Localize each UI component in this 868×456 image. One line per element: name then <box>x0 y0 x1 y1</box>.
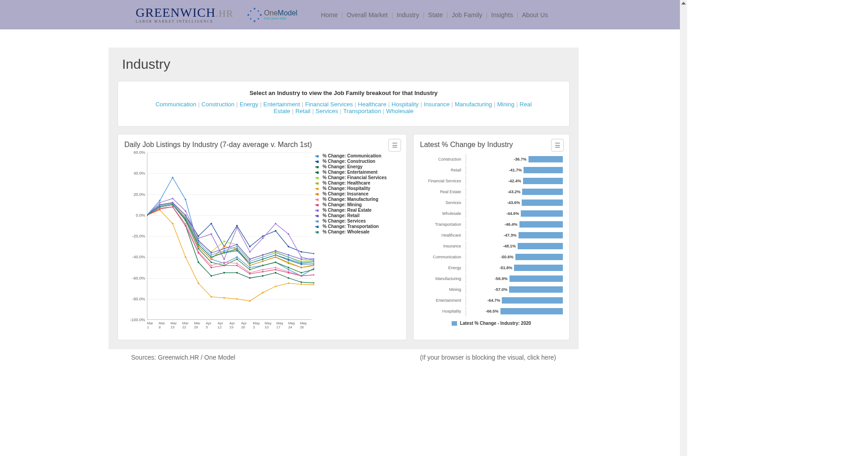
nav-link-industry[interactable]: Industry <box>393 11 423 19</box>
legend-item[interactable]: % Change: Manufacturing <box>315 197 400 202</box>
industry-link-communication[interactable]: Communication <box>156 101 196 108</box>
legend-item[interactable]: % Change: Entertainment <box>315 170 400 175</box>
bar-category-label: Communication <box>420 255 463 259</box>
nav-link-overall-market[interactable]: Overall Market <box>343 11 392 19</box>
bar-value-label: -51.8% <box>500 266 513 270</box>
svg-point-107 <box>262 261 264 262</box>
legend-item[interactable]: % Change: Transportation <box>315 224 400 229</box>
bar-chart-menu-button[interactable]: ☰ <box>551 139 564 152</box>
industry-link-mining[interactable]: Mining <box>497 101 514 108</box>
industry-link-entertainment[interactable]: Entertainment <box>264 101 300 108</box>
svg-point-143 <box>185 210 187 212</box>
legend-item[interactable]: % Change: Retail <box>315 213 400 218</box>
bar-rect <box>522 200 563 206</box>
legend-item[interactable]: % Change: Wholesale <box>315 229 400 235</box>
industry-link-retail[interactable]: Retail <box>295 108 310 114</box>
svg-point-147 <box>236 227 238 229</box>
legend-item[interactable]: % Change: Construction <box>315 159 400 164</box>
footer-left: Sources: Greenwich.HR / One Model <box>131 354 235 361</box>
legend-item[interactable]: % Change: Insurance <box>315 191 400 197</box>
logo-greenwich[interactable]: GREENWICH.HR LABOR MARKET INTELLIGENCE <box>136 6 233 24</box>
bar-value-label: -56.9% <box>495 276 508 281</box>
legend-swatch-icon <box>315 171 320 174</box>
legend-item[interactable]: % Change: Hospitality <box>315 186 400 191</box>
legend-item[interactable]: % Change: Energy <box>315 164 400 170</box>
nav-link-about-us[interactable]: About Us <box>518 11 552 19</box>
svg-point-38 <box>275 261 277 263</box>
bar-rect <box>518 243 563 249</box>
bar-value-label: -44.6% <box>506 211 519 216</box>
legend-swatch-icon <box>315 187 320 190</box>
svg-point-152 <box>301 256 302 258</box>
industry-link-construction[interactable]: Construction <box>202 101 235 108</box>
bar-chart-legend: Latest % Change - Industry: 2020 <box>420 321 563 326</box>
svg-point-108 <box>275 256 277 258</box>
svg-point-162 <box>249 258 251 260</box>
svg-point-92 <box>249 300 251 302</box>
nav-link-job-family[interactable]: Job Family <box>448 11 486 19</box>
line-chart-menu-button[interactable]: ☰ <box>388 139 401 152</box>
industry-link-manufacturing[interactable]: Manufacturing <box>455 101 492 108</box>
svg-point-33 <box>211 261 212 263</box>
legend-item[interactable]: % Change: Communication <box>315 153 400 159</box>
industry-picker-card: Select an Industry to view the Job Famil… <box>118 81 570 127</box>
svg-point-189 <box>236 250 238 252</box>
bar-row: Financial Services-42.4% <box>420 176 563 186</box>
svg-point-159 <box>211 252 212 254</box>
footer-right[interactable]: (If your browser is blocking the visual,… <box>420 354 556 361</box>
svg-point-161 <box>236 244 238 246</box>
legend-item[interactable]: % Change: Services <box>315 218 400 224</box>
svg-point-199 <box>185 218 187 220</box>
industry-link-hospitality[interactable]: Hospitality <box>392 101 419 108</box>
svg-point-179 <box>288 256 289 258</box>
legend-swatch-icon <box>315 165 320 169</box>
svg-point-130 <box>198 252 199 254</box>
industry-link-transportation[interactable]: Transportation <box>343 108 381 114</box>
bar-rect <box>509 276 563 282</box>
line-chart: 60.0%40.0%20.0%0.0%-20.0%-40.0%-60.0%-80… <box>124 152 400 333</box>
legend-item[interactable]: % Change: Real Estate <box>315 208 400 213</box>
svg-point-206 <box>275 254 277 256</box>
industry-link-healthcare[interactable]: Healthcare <box>358 101 387 108</box>
nav-link-home[interactable]: Home <box>317 11 341 19</box>
legend-item[interactable]: % Change: Financial Services <box>315 175 400 180</box>
bar-category-label: Financial Services <box>420 179 463 183</box>
bar-rect <box>522 189 563 195</box>
svg-point-129 <box>185 225 187 227</box>
svg-point-53 <box>288 277 289 279</box>
legend-swatch-icon <box>315 176 320 180</box>
industry-link-wholesale[interactable]: Wholesale <box>386 108 414 114</box>
svg-point-93 <box>262 292 264 294</box>
industry-link-insurance[interactable]: Insurance <box>424 101 449 108</box>
bar-rect <box>515 254 563 260</box>
svg-point-177 <box>262 256 264 258</box>
industry-link-energy[interactable]: Energy <box>240 101 258 108</box>
topbar: GREENWICH.HR LABOR MARKET INTELLIGENCE O… <box>0 0 687 29</box>
industry-link-services[interactable]: Services <box>316 108 338 114</box>
line-chart-plot[interactable]: 60.0%40.0%20.0%0.0%-20.0%-40.0%-60.0%-80… <box>124 152 311 333</box>
legend-swatch-icon <box>315 198 320 201</box>
svg-point-203 <box>236 248 238 250</box>
svg-point-1 <box>159 200 161 202</box>
legend-swatch-icon <box>452 321 457 326</box>
bar-row: Services-43.6% <box>420 198 563 208</box>
page-title: Industry <box>122 57 570 72</box>
nav-link-state[interactable]: State <box>425 11 447 19</box>
legend-item[interactable]: % Change: Healthcare <box>315 180 400 186</box>
svg-point-54 <box>301 281 302 283</box>
industry-link-financial-services[interactable]: Financial Services <box>305 101 353 108</box>
svg-point-40 <box>301 272 302 274</box>
nav-link-insights[interactable]: Insights <box>488 11 517 19</box>
svg-point-173 <box>211 254 212 256</box>
main-nav: Home | Overall Market | Industry | State… <box>317 11 552 19</box>
bar-chart[interactable]: Construction-36.7%Retail-41.7%Financial … <box>420 154 563 326</box>
legend-swatch-icon <box>315 219 320 223</box>
svg-point-142 <box>172 198 174 200</box>
legend-item[interactable]: % Change: Mining <box>315 202 400 208</box>
svg-point-97 <box>313 284 314 286</box>
legend-swatch-icon <box>315 203 320 207</box>
logo-onemodel[interactable]: OneModel free your data <box>247 7 297 23</box>
page-scrollbar[interactable] <box>680 0 687 456</box>
svg-point-51 <box>262 275 264 277</box>
svg-point-122 <box>275 267 277 269</box>
